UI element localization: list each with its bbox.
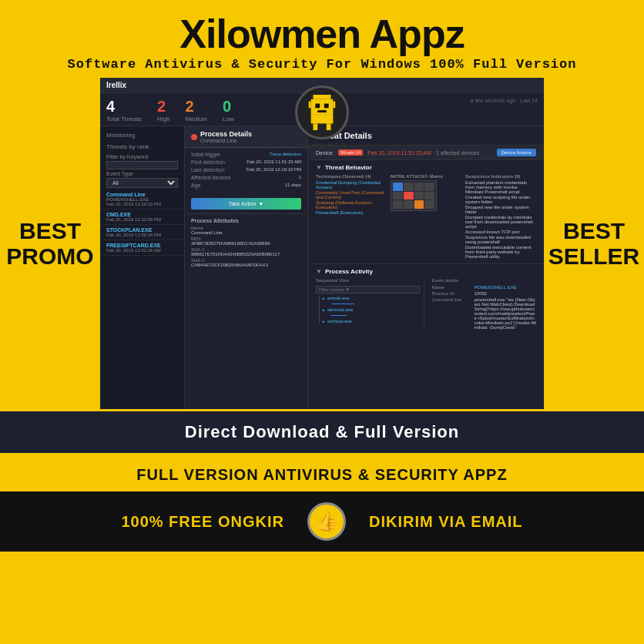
low-number: 0 <box>223 98 231 116</box>
last-detection-val: Feb 20, 2019 12:19:10 PM <box>247 167 301 173</box>
sidebar-item-cmdline[interactable]: Command Line POWERSHELL.EXE Feb 20, 2019… <box>100 190 184 210</box>
attr-sha1-val: 98B617E751FDA4245B85225A60B080117 <box>191 252 301 257</box>
svg-rect-0 <box>314 95 331 99</box>
event-details-title: Event details <box>432 278 537 283</box>
event-name-row: Name POWERSHELL.EXE <box>432 285 537 290</box>
attr-md5-row: MD5 4F8B73D8275FA896150DC42A5668A <box>191 236 301 246</box>
medium-label: Medium <box>186 116 207 122</box>
last-detection-row: Last detection Feb 20, 2019 12:19:10 PM <box>191 167 301 173</box>
bottom-section: FULL VERSION ANTIVIRUS & SECURITY APPZ <box>0 455 644 491</box>
event-pid-row: Process ID 10092 <box>432 291 537 296</box>
event-cmdline-val: powershell.exe "iex (New-Object Net.WebC… <box>475 297 537 330</box>
logo-label: XILOWMEN <box>295 142 349 149</box>
footer-ongkir-text: 100% FREE ONGKIR <box>121 513 284 531</box>
activity-body: Sequential View winmit.exe services.exe <box>316 278 536 331</box>
sequential-view-label: Sequential View <box>316 278 420 283</box>
svg-rect-7 <box>311 115 334 124</box>
event-type-select[interactable]: All <box>106 178 178 188</box>
process-activity-header: ▼ Process Activity <box>316 268 536 275</box>
initial-trigger-key: Initial trigger <box>191 152 220 157</box>
total-threats-number: 4 <box>106 98 115 116</box>
svg-rect-9 <box>327 123 331 130</box>
process-attributes: Process Attributes Name Command Line MD5… <box>185 213 307 273</box>
threat-behavior-header: ▼ Threat Behavior <box>316 164 536 171</box>
svg-rect-3 <box>333 102 335 109</box>
app-title: Irellix <box>106 81 126 89</box>
sidebar-item-freegift[interactable]: FREEGIFTCARD.EXE Feb 20, 2019 12:52:26 A… <box>100 240 184 256</box>
last-detection-key: Last detection <box>191 167 225 173</box>
age-key: Age <box>191 183 200 188</box>
sidebar-item-name-2: STOCKPLAN.EXE <box>106 227 178 233</box>
sidebar-item-date-2: Feb 20, 2019 11:52:34 PM <box>106 233 178 237</box>
high-number: 2 <box>157 98 166 116</box>
attributes-title: Process Attributes <box>191 218 301 223</box>
techniques-col: Techniques Observed (4) Credential Dumpi… <box>316 174 387 260</box>
device-label: Device: <box>316 150 334 156</box>
best-promo-label: BEST PROMO <box>6 218 93 269</box>
filter-events-input[interactable] <box>316 286 420 293</box>
main-panel: Process Details Command Line Initial tri… <box>185 126 544 409</box>
filter-input[interactable] <box>106 161 178 169</box>
timeline-connector-1 <box>331 315 347 316</box>
suspicious-1: Created new scripting file under system … <box>465 195 536 204</box>
low-label: Low <box>223 116 234 122</box>
high-stat: 2 High <box>157 98 169 122</box>
first-detection-row: First detection Feb 20, 2019 11:51:23 AM <box>191 159 301 165</box>
process-activity-title: Process Activity <box>325 268 373 275</box>
attr-name-row: Name Command Line <box>191 226 301 235</box>
device-time: Feb 20, 2019 11:51:23 AM <box>367 150 431 156</box>
timestamp: a few seconds ago Last 14 <box>471 98 538 122</box>
sidebar-item-date-3: Feb 20, 2019 12:52:26 AM <box>106 248 178 253</box>
app-main: Monitoring Threats by rank Filter by Key… <box>100 126 544 409</box>
attr-name-val: Command Line <box>191 230 301 235</box>
sidebar-item-date-0: Feb 20, 2019 12:19:10 PM <box>106 202 178 206</box>
age-val: 11 days <box>285 183 301 188</box>
svg-rect-5 <box>324 104 329 109</box>
event-name-key: Name <box>432 285 471 290</box>
total-threats-label: Total Threats <box>106 116 142 122</box>
process-title: Process Details <box>200 130 252 138</box>
sidebar-item-name-1: CMD.EXE <box>106 212 178 217</box>
low-stat: 0 Low <box>223 98 234 122</box>
brand-subtitle: Software Antivirus & Security For Window… <box>8 57 636 72</box>
brand-title: Xilowmen Appz <box>8 14 636 54</box>
event-details: Event details Name POWERSHELL.EXE Proces… <box>428 278 537 331</box>
attr-sha1-row: SHA-1 98B617E751FDA4245B85225A60B080117 <box>191 247 301 257</box>
best-seller-panel: BEST SELLER <box>544 78 644 409</box>
first-detection-key: First detection <box>191 159 225 165</box>
affected-devices-row: Affected devices 1 <box>191 175 301 180</box>
affected-devices-val: 1 <box>299 175 301 180</box>
sidebar-item-cmd[interactable]: CMD.EXE Feb 20, 2019 12:33:05 PM <box>100 210 184 225</box>
medium-number: 2 <box>186 98 194 116</box>
logo-circle <box>295 86 349 139</box>
sidebar: Monitoring Threats by rank Filter by Key… <box>100 126 185 409</box>
age-row: Age 11 days <box>191 183 301 188</box>
bottom-title: FULL VERSION ANTIVIRUS & SECURITY APPZ <box>15 466 629 484</box>
sidebar-item-date-1: Feb 20, 2019 12:33:05 PM <box>106 217 178 222</box>
process-activity-section: ▼ Process Activity Sequential View <box>308 264 544 335</box>
footer-dikirim: DIKIRIM VIA EMAIL <box>369 513 523 531</box>
suspicious-col: Suspicious Indicators (9) Extracted plai… <box>465 174 536 260</box>
process-panel: Process Details Command Line Initial tri… <box>185 126 308 409</box>
middle-section: BEST PROMO XILOWMEN <box>0 78 644 409</box>
sequential-view: Sequential View winmit.exe services.exe <box>316 278 424 331</box>
sidebar-filter: Filter by Keyword Event Type All <box>100 153 184 190</box>
svg-rect-8 <box>314 123 318 130</box>
take-action-button[interactable]: Take Action ▼ <box>191 198 301 210</box>
seq-item-1: services.exe <box>324 307 420 312</box>
footer-bar: 100% FREE ONGKIR 👍 DIKIRIM VIA EMAIL <box>0 491 644 552</box>
behavior-grid: Techniques Observed (4) Credential Dumpi… <box>316 174 536 260</box>
device-actions-button[interactable]: Device Actions <box>497 149 536 156</box>
svg-rect-4 <box>315 104 320 109</box>
svg-rect-2 <box>309 102 311 109</box>
threat-panel: Threat Details Device: 99-edr-14 Feb 20,… <box>308 126 544 409</box>
sidebar-item-name-3: FREEGIFTCARD.EXE <box>106 243 178 248</box>
attr-sha2-row: SHA-2 CAB4AE72CF20B25480A4AFDFAX3 <box>191 258 301 267</box>
download-banner-text: Direct Download & Full Version <box>11 422 633 442</box>
suspicious-5: Suspicious file was downloaded using pow… <box>465 235 536 244</box>
timeline-connector-0 <box>331 304 354 304</box>
expand-arrow-activity-icon: ▼ <box>316 268 322 275</box>
sidebar-item-stockplan[interactable]: STOCKPLAN.EXE Feb 20, 2019 11:52:34 PM <box>100 225 184 240</box>
seq-item-2: svchost.exe <box>324 319 420 324</box>
sidebar-item-name-0: Command Line <box>106 192 178 197</box>
